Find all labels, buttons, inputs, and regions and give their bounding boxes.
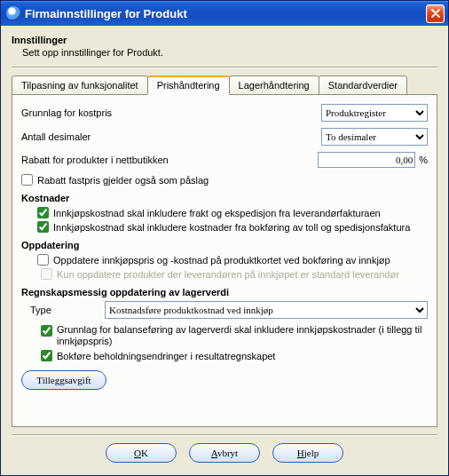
desimaler-select[interactable]: To desimaler — [321, 128, 428, 146]
cancel-button[interactable]: Avbryt — [189, 443, 260, 463]
dialog-window: Firmainnstillinger for Produkt Innstilli… — [0, 0, 449, 476]
kostnad-frakt-checkbox[interactable] — [37, 207, 49, 218]
kostnad-toll-label: Innkjøpskostnad skal inkludere kostnader… — [53, 222, 410, 233]
app-icon — [6, 6, 20, 20]
close-icon[interactable] — [426, 4, 445, 23]
grunnlag-select[interactable]: Produktregister — [321, 104, 428, 122]
bokfor-row[interactable]: Bokføre beholdningsendringer i resultatr… — [41, 350, 428, 361]
balanse-label: Grunnlag for balanseføring av lagerverdi… — [57, 324, 428, 347]
tab-lagerhandtering[interactable]: Lagerhåndtering — [229, 75, 319, 95]
button-bar: OK Avbryt Hjelp — [12, 436, 437, 472]
tab-panel: Grunnlag for kostpris Produktregister An… — [12, 94, 437, 427]
rabatt-input[interactable] — [318, 152, 415, 168]
grunnlag-label: Grunnlag for kostpris — [21, 107, 208, 118]
oppdater-pris-row[interactable]: Oppdatere innkjøpspris og -kostnad på pr… — [37, 254, 428, 266]
kostnader-heading: Kostnader — [21, 193, 428, 203]
bokfor-label: Bokføre beholdningsendringer i resultatr… — [57, 351, 275, 361]
divider — [12, 67, 437, 68]
tilleggsavgift-button[interactable]: Tilleggsavgift — [21, 370, 106, 390]
oppdater-leverandor-checkbox — [41, 268, 52, 280]
page-subtitle: Sett opp innstillinger for Produkt. — [22, 47, 437, 58]
rabatt-label: Rabatt for produkter i nettbutikken — [21, 155, 318, 165]
balanse-checkbox[interactable] — [41, 325, 52, 337]
balanse-row[interactable]: Grunnlag for balanseføring av lagerverdi… — [41, 324, 428, 347]
desimaler-label: Antall desimaler — [21, 131, 208, 142]
kostnad-frakt-row[interactable]: Innkjøpskostnad skal inkludere frakt og … — [37, 207, 428, 218]
help-button[interactable]: Hjelp — [272, 443, 343, 463]
titlebar: Firmainnstillinger for Produkt — [1, 1, 448, 26]
ok-button[interactable]: OK — [106, 443, 177, 463]
pct-label: % — [419, 155, 428, 165]
oppdater-pris-checkbox[interactable] — [37, 254, 49, 266]
regnskap-heading: Regnskapsmessig oppdatering av lagerverd… — [21, 287, 428, 298]
type-label: Type — [30, 305, 105, 315]
window-title: Firmainnstillinger for Produkt — [25, 7, 426, 20]
page-title: Innstillinger — [12, 35, 437, 45]
bokfor-checkbox[interactable] — [41, 350, 52, 361]
oppdatering-heading: Oppdatering — [21, 240, 428, 250]
tab-standardverdier[interactable]: Standardverdier — [319, 75, 407, 95]
tab-bar: Tilpasning av funksjonalitet Prishåndter… — [12, 74, 437, 95]
tab-funksjonalitet[interactable]: Tilpasning av funksjonalitet — [12, 75, 148, 95]
oppdater-leverandor-label: Kun oppdatere produkter der leverandøren… — [57, 269, 399, 280]
type-select[interactable]: Kostnadsføre produktkostnad ved innkjøp — [105, 301, 428, 319]
kostnad-toll-row[interactable]: Innkjøpskostnad skal inkludere kostnader… — [37, 221, 428, 233]
rabatt-fastpris-checkbox[interactable] — [21, 174, 33, 186]
content-area: Innstillinger Sett opp innstillinger for… — [1, 26, 448, 475]
kostnad-frakt-label: Innkjøpskostnad skal inkludere frakt og … — [53, 208, 381, 218]
oppdater-leverandor-row: Kun oppdatere produkter der leverandøren… — [41, 268, 428, 280]
oppdater-pris-label: Oppdatere innkjøpspris og -kostnad på pr… — [53, 255, 390, 266]
rabatt-fastpris-label: Rabatt fastpris gjelder også som påslag — [37, 175, 209, 186]
rabatt-fastpris-row[interactable]: Rabatt fastpris gjelder også som påslag — [21, 174, 428, 186]
tab-prishandtering[interactable]: Prishåndtering — [147, 75, 230, 95]
kostnad-toll-checkbox[interactable] — [37, 221, 49, 233]
